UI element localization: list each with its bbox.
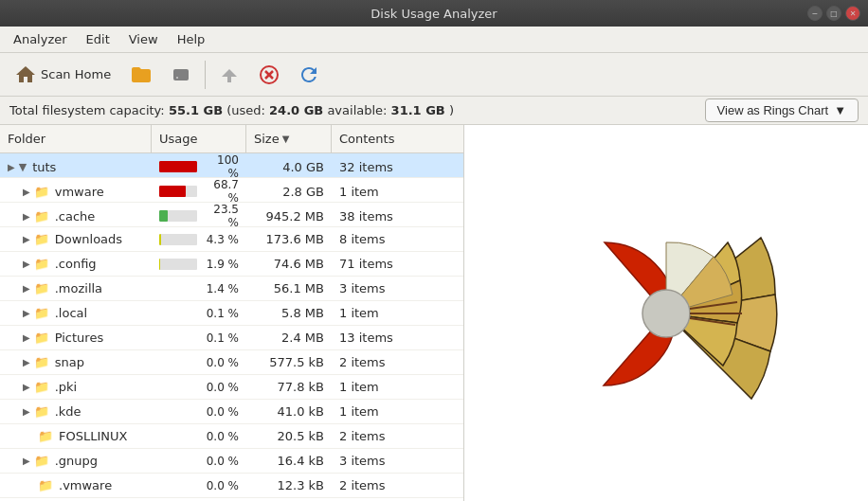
scan-home-button[interactable]: Scan Home <box>6 57 119 93</box>
expand-arrow-icon[interactable]: ▶ <box>23 332 30 343</box>
usage-bar-background <box>159 259 197 270</box>
folder-name-text: Downloads <box>55 232 122 246</box>
usage-cell: 0.1 % <box>152 307 246 320</box>
fs-capacity: 55.1 GB <box>169 103 223 117</box>
usage-percent: 0.0 % <box>203 479 239 492</box>
expand-arrow-icon[interactable]: ▶ <box>8 162 15 172</box>
contents-cell: 2 items <box>332 429 445 443</box>
menu-view[interactable]: View <box>119 28 168 50</box>
dropdown-arrow-icon: ▼ <box>834 103 846 117</box>
scan-folder-button[interactable] <box>123 57 159 93</box>
usage-bar-fill <box>159 259 160 270</box>
stop-button[interactable] <box>251 57 287 93</box>
usage-cell: 0.1 % <box>152 331 246 345</box>
filesystem-info: Total filesystem capacity: 55.1 GB (used… <box>9 103 454 117</box>
expand-arrow-icon[interactable]: ▶ <box>23 456 30 466</box>
file-panel: Folder Usage Size ▼ Contents ▶▼tuts100 %… <box>0 125 464 501</box>
folder-name-cell: ▶📁.mozilla <box>0 281 152 295</box>
minimize-button[interactable]: ─ <box>807 6 823 21</box>
header-contents[interactable]: Contents <box>332 125 445 152</box>
folder-icon: 📁 <box>34 331 49 345</box>
folder-icon: 📁 <box>34 355 49 369</box>
size-cell: 2.8 GB <box>246 185 332 199</box>
menubar: Analyzer Edit View Help <box>0 27 868 53</box>
menu-analyzer[interactable]: Analyzer <box>4 28 77 50</box>
expand-arrow-icon[interactable]: ▶ <box>23 406 30 417</box>
view-rings-button[interactable]: View as Rings Chart ▼ <box>705 98 859 122</box>
folder-icon: 📁 <box>34 209 49 224</box>
stop-icon <box>258 63 280 86</box>
table-row[interactable]: ▶📁.pki0.0 %77.8 kB1 item <box>0 375 463 400</box>
contents-cell: 3 items <box>332 281 445 295</box>
usage-bar-fill <box>159 186 186 197</box>
folder-icon: 📁 <box>38 429 53 443</box>
go-up-button[interactable] <box>211 57 247 93</box>
expand-arrow-icon[interactable]: ▶ <box>23 308 30 318</box>
folder-name-text: .pki <box>55 380 78 394</box>
folder-icon <box>130 63 153 86</box>
reload-button[interactable] <box>291 57 327 93</box>
expand-arrow-icon[interactable]: ▶ <box>23 234 30 244</box>
header-usage[interactable]: Usage <box>152 125 246 152</box>
usage-bar-background <box>159 234 197 245</box>
table-row[interactable]: ▶📁.cache23.5 %945.2 MB38 items <box>0 203 463 227</box>
menu-edit[interactable]: Edit <box>77 28 119 50</box>
up-arrow-icon <box>218 63 241 86</box>
table-row[interactable]: 📁FOSLLINUX0.0 %20.5 kB2 items <box>0 424 463 449</box>
table-row[interactable]: ▶📁vmware68.7 %2.8 GB1 item <box>0 178 463 203</box>
contents-cell: 1 item <box>332 380 445 394</box>
usage-cell: 4.3 % <box>152 233 246 246</box>
expand-arrow-icon[interactable]: ▶ <box>23 382 30 392</box>
expand-arrow-icon[interactable]: ▶ <box>23 187 30 197</box>
header-folder[interactable]: Folder <box>0 125 152 152</box>
window-controls: ─ □ ✕ <box>807 6 860 21</box>
size-cell: 945.2 MB <box>246 209 332 224</box>
table-row[interactable]: ▶📁.mozilla1.4 %56.1 MB3 items <box>0 277 463 301</box>
contents-cell: 2 items <box>332 478 445 492</box>
maximize-button[interactable]: □ <box>826 6 841 21</box>
infobar: Total filesystem capacity: 55.1 GB (used… <box>0 97 868 125</box>
table-row[interactable]: ▶📁.kde0.0 %41.0 kB1 item <box>0 400 463 424</box>
usage-cell: 0.0 % <box>152 381 246 394</box>
table-row[interactable]: ▶📁Pictures0.1 %2.4 MB13 items <box>0 326 463 350</box>
header-size[interactable]: Size ▼ <box>246 125 332 152</box>
contents-cell: 3 items <box>332 454 445 468</box>
folder-name-cell: ▶📁.kde <box>0 404 152 419</box>
contents-cell: 71 items <box>332 257 445 271</box>
file-list: ▶▼tuts100 %4.0 GB32 items▶📁vmware68.7 %2… <box>0 153 463 501</box>
table-row[interactable]: ▶📁.gnupg0.0 %16.4 kB3 items <box>0 449 463 474</box>
table-row[interactable]: ▶📁Downloads4.3 %173.6 MB8 items <box>0 227 463 252</box>
scan-removable-button[interactable] <box>163 57 199 93</box>
size-cell: 5.8 MB <box>246 306 332 320</box>
usage-percent: 0.0 % <box>203 455 239 468</box>
expand-arrow-icon[interactable]: ▶ <box>23 211 30 222</box>
folder-icon: 📁 <box>34 380 49 394</box>
contents-cell: 1 item <box>332 185 445 199</box>
table-row[interactable]: 📁.vmware0.0 %12.3 kB2 items <box>0 474 463 498</box>
menu-help[interactable]: Help <box>168 28 215 50</box>
window-title: Disk Usage Analyzer <box>371 7 497 21</box>
table-row[interactable]: ▶📁.local0.1 %5.8 MB1 item <box>0 301 463 326</box>
usage-percent: 0.0 % <box>203 356 239 369</box>
reload-icon <box>298 63 320 86</box>
expand-arrow-icon[interactable]: ▶ <box>23 357 30 367</box>
folder-name-text: .kde <box>55 404 81 419</box>
folder-name-text: .config <box>55 257 97 271</box>
usage-bar-background <box>159 210 197 222</box>
close-button[interactable]: ✕ <box>845 6 860 21</box>
expand-arrow-icon[interactable]: ▶ <box>23 283 30 294</box>
toolbar: Scan Home <box>0 53 868 97</box>
contents-cell: 8 items <box>332 232 445 246</box>
folder-icon: 📁 <box>34 257 49 271</box>
usage-cell: 0.0 % <box>152 356 246 369</box>
contents-cell: 1 item <box>332 306 445 320</box>
expand-arrow-icon[interactable]: ▶ <box>23 259 30 269</box>
folder-icon: 📁 <box>34 306 49 320</box>
folder-icon: 📁 <box>38 478 53 492</box>
table-row[interactable]: ▶📁.config1.9 %74.6 MB71 items <box>0 252 463 277</box>
table-row[interactable]: ▶▼tuts100 %4.0 GB32 items <box>0 153 463 178</box>
folder-name-text: .mozilla <box>55 281 102 295</box>
chart-panel <box>464 125 868 501</box>
table-row[interactable]: ▶📁snap0.0 %577.5 kB2 items <box>0 350 463 375</box>
folder-name-text: snap <box>55 355 84 369</box>
